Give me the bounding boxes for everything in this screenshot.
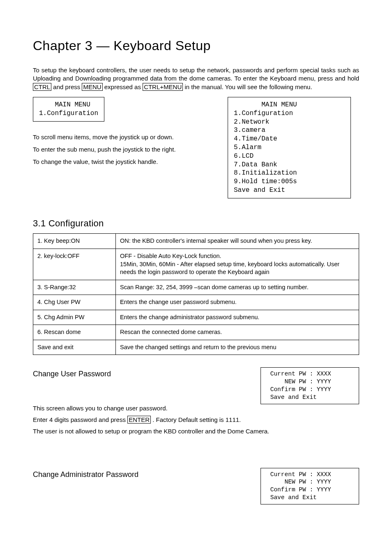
chapter-title: Chapter 3 — Keyboard Setup: [33, 37, 359, 55]
spacer: [33, 439, 359, 447]
cfg-s-range: 3. S-Range:32: [33, 280, 116, 295]
user-pw-line2: Enter 4 digits password and press ENTER …: [33, 416, 359, 424]
intro-text: expressed as: [104, 83, 143, 90]
change-admin-pw-row: Change Administrator Password Current PW…: [33, 456, 359, 504]
cfg-chg-admin-pw-desc: Enters the change administrator password…: [116, 310, 359, 325]
cfg-s-range-desc: Scan Range: 32, 254, 3999 –scan dome cam…: [116, 280, 359, 295]
lcd-main-menu-short: MAIN MENU 1.Configuration: [33, 97, 104, 122]
change-admin-pw-left: Change Administrator Password: [33, 456, 232, 483]
table-row: 3. S-Range:32 Scan Range: 32, 254, 3999 …: [33, 280, 359, 295]
change-user-pw-row: Change User Password Current PW : XXXX N…: [33, 355, 359, 404]
user-pw-line2b: . Factory Default setting is 1111.: [152, 416, 241, 423]
cfg-key-lock: 2. key-lock:OFF: [33, 249, 116, 280]
change-user-pw-left: Change User Password: [33, 355, 232, 382]
table-row: 5. Chg Admin PW Enters the change admini…: [33, 310, 359, 325]
key-ctrl: CTRL: [33, 83, 51, 91]
cfg-chg-admin-pw: 5. Chg Admin PW: [33, 310, 116, 325]
overview-left: MAIN MENU 1.Configuration To scroll menu…: [33, 97, 219, 170]
page: Chapter 3 — Keyboard Setup To setup the …: [0, 0, 392, 555]
lcd-main-menu-full: MAIN MENU 1.Configuration 2.Network 3.ca…: [228, 97, 351, 198]
cfg-rescan-dome: 6. Rescan dome: [33, 325, 116, 340]
user-pw-line1: This screen allows you to change user pa…: [33, 404, 359, 412]
table-row: 6. Rescan dome Rescan the connected dome…: [33, 325, 359, 340]
cfg-chg-user-pw: 4. Chg User PW: [33, 295, 116, 310]
key-enter: ENTER: [127, 416, 151, 424]
cfg-key-lock-desc: OFF - Disable Auto Key-Lock function. 15…: [116, 249, 359, 280]
instruction-scroll: To scroll menu items, move the joystick …: [33, 133, 219, 141]
change-admin-pw-right: Current PW : XXXX NEW PW : YYYY Confirm …: [244, 456, 359, 504]
table-row: 4. Chg User PW Enters the change user pa…: [33, 295, 359, 310]
table-row: Save and exit Save the changed settings …: [33, 340, 359, 355]
key-ctrl-menu: CTRL+MENU: [143, 83, 183, 91]
configuration-table: 1. Key beep:ON ON: the KBD controller's …: [33, 233, 359, 355]
lcd-admin-pw: Current PW : XXXX NEW PW : YYYY Confirm …: [261, 468, 359, 504]
cfg-chg-user-pw-desc: Enters the change user password submenu.: [116, 295, 359, 310]
cfg-key-beep: 1. Key beep:ON: [33, 234, 116, 249]
key-menu: MENU: [82, 83, 102, 91]
intro-paragraph: To setup the keyboard controllers, the u…: [33, 66, 359, 91]
cfg-save-exit: Save and exit: [33, 340, 116, 355]
change-user-pw-right: Current PW : XXXX NEW PW : YYYY Confirm …: [244, 355, 359, 404]
user-pw-heading: Change User Password: [33, 369, 232, 379]
table-row: 1. Key beep:ON ON: the KBD controller's …: [33, 234, 359, 249]
cfg-key-beep-desc: ON: the KBD controller's internal speake…: [116, 234, 359, 249]
lcd-user-pw: Current PW : XXXX NEW PW : YYYY Confirm …: [261, 367, 359, 404]
overview-right: MAIN MENU 1.Configuration 2.Network 3.ca…: [228, 97, 359, 205]
overview-row: MAIN MENU 1.Configuration To scroll menu…: [33, 97, 359, 205]
spacer: [33, 447, 359, 456]
joystick-instructions: To scroll menu items, move the joystick …: [33, 133, 219, 166]
intro-text: in the manual. You will see the followin…: [184, 83, 312, 90]
user-pw-line3: The user is not allowed to setup or prog…: [33, 427, 359, 435]
user-pw-line2a: Enter 4 digits password and press: [33, 416, 127, 423]
cfg-rescan-dome-desc: Rescan the connected dome cameras.: [116, 325, 359, 340]
admin-pw-heading: Change Administrator Password: [33, 470, 232, 479]
section-title: 3.1 Configuration: [33, 217, 359, 230]
intro-text: and press: [53, 83, 82, 90]
user-pw-text: This screen allows you to change user pa…: [33, 404, 359, 436]
table-row: 2. key-lock:OFF OFF - Disable Auto Key-L…: [33, 249, 359, 280]
instruction-enter: To enter the sub menu, push the joystick…: [33, 145, 219, 154]
intro-text: To setup the keyboard controllers, the u…: [33, 67, 359, 82]
cfg-save-exit-desc: Save the changed settings and return to …: [116, 340, 359, 355]
instruction-change: To change the value, twist the joystick …: [33, 158, 219, 166]
